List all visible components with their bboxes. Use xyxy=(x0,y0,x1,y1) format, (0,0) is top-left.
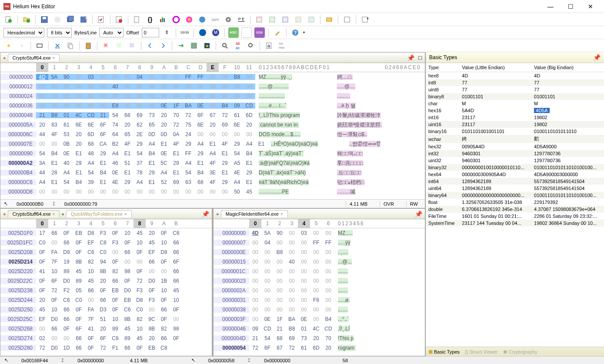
save-button[interactable] xyxy=(39,14,50,25)
tool3-icon[interactable] xyxy=(280,14,290,25)
nav-back-icon[interactable] xyxy=(145,40,155,51)
svg-text:▾: ▾ xyxy=(367,17,368,20)
window2-icon[interactable]: ▾ xyxy=(360,14,370,25)
svg-point-17 xyxy=(173,17,179,23)
maximize-button[interactable]: ☐ xyxy=(561,0,581,13)
text-a-icon[interactable]: a xyxy=(264,40,274,51)
tool2-icon[interactable] xyxy=(267,14,277,25)
rw-mode: RW xyxy=(406,201,421,207)
svg-text:M: M xyxy=(214,30,217,35)
svg-point-1 xyxy=(8,19,12,23)
svg-rect-24 xyxy=(283,17,288,22)
svg-rect-41 xyxy=(86,43,90,49)
ins-icon[interactable] xyxy=(114,40,124,51)
svg-rect-28 xyxy=(344,17,350,22)
svg-rect-27 xyxy=(327,18,332,21)
window1-icon[interactable] xyxy=(342,14,352,25)
toolbar-edit: ★ abac a StrHex xyxy=(0,39,604,52)
open-file-button[interactable] xyxy=(21,14,32,25)
hex-view-br[interactable]: 01234560123456000000004D5A9000030000MZ..… xyxy=(214,219,425,356)
nav-fwd-icon[interactable] xyxy=(158,40,168,51)
hex-view-top[interactable]: 0123456789ABCDEF10110123456789ABCDEF0102… xyxy=(0,63,425,199)
auto-select[interactable]: Auto xyxy=(99,28,123,37)
svg-rect-16 xyxy=(164,18,165,22)
color-wheel-icon[interactable] xyxy=(171,14,181,25)
svg-point-19 xyxy=(199,17,205,23)
pin-icon[interactable]: 📌 xyxy=(202,210,209,217)
tool1-icon[interactable] xyxy=(254,14,264,25)
cut-icon[interactable] xyxy=(52,40,63,51)
asm-icon[interactable]: asm xyxy=(210,14,220,25)
paste-icon[interactable] xyxy=(83,40,93,51)
u16-icon[interactable]: U16 xyxy=(254,27,265,38)
rainbow-icon[interactable] xyxy=(184,14,194,25)
svg-point-48 xyxy=(223,43,226,47)
svg-rect-13 xyxy=(134,17,139,23)
hex-str-icon[interactable]: StrHex xyxy=(277,40,287,51)
basic-types-table: TypeValue (Little Endian)Value (Big Endi… xyxy=(426,63,604,347)
enc2-icon[interactable] xyxy=(241,27,252,38)
svg-rect-26 xyxy=(309,17,314,22)
tab-label: CryptoStuff64.exe xyxy=(13,55,51,60)
tool6-icon[interactable] xyxy=(324,14,334,25)
select-icon[interactable] xyxy=(34,40,45,51)
pin-icon[interactable]: 📌 xyxy=(593,54,601,61)
help-icon[interactable]: ? xyxy=(290,27,300,38)
save-all-button[interactable] xyxy=(65,14,76,25)
offset-input[interactable] xyxy=(142,28,159,37)
braces-icon[interactable]: {} xyxy=(145,14,155,25)
save-as-button[interactable]: ▾ xyxy=(78,14,89,25)
bottom-tab-2[interactable]: ◉Cryptography xyxy=(503,349,537,354)
tab-bl-1[interactable]: CryptoStuff64.exe× xyxy=(8,210,60,217)
new-file-button[interactable] xyxy=(3,14,14,25)
bottom-tab-1[interactable]: {}Struct Viewer xyxy=(465,349,498,354)
gear-icon[interactable] xyxy=(223,14,234,25)
tool4-icon[interactable] xyxy=(293,14,304,25)
validate-button[interactable] xyxy=(96,14,107,25)
pin-icon[interactable]: 📌 xyxy=(415,210,422,217)
minimize-button[interactable]: — xyxy=(541,0,561,13)
bits-select[interactable]: 8 bits xyxy=(47,28,72,37)
offset-label: Offset xyxy=(126,30,139,35)
close-tab-icon[interactable]: × xyxy=(53,56,55,60)
br-size: 58 xyxy=(343,358,348,363)
tool5-icon[interactable] xyxy=(306,14,317,25)
edit-icon[interactable] xyxy=(272,27,283,38)
swap-icon[interactable] xyxy=(127,40,137,51)
svg-text:▾: ▾ xyxy=(85,16,87,20)
bookmark-icon[interactable] xyxy=(189,40,199,51)
cursor-pos: 0x000000B0 xyxy=(17,201,43,207)
chart-icon[interactable] xyxy=(158,14,168,25)
goto-icon[interactable] xyxy=(176,40,186,51)
intel-icon[interactable] xyxy=(197,27,208,38)
tab-br[interactable]: MagicFileIdentifier64.exe× xyxy=(221,210,288,217)
save-disabled-button xyxy=(52,14,63,25)
conv-1016-icon[interactable]: 10/16 xyxy=(180,27,190,38)
redo-icon[interactable] xyxy=(17,40,27,51)
svg-rect-22 xyxy=(257,17,262,22)
motorola-icon[interactable]: M xyxy=(210,27,221,38)
svg-point-49 xyxy=(249,43,252,47)
pe-icon[interactable]: P E xyxy=(236,14,247,25)
doc-icon[interactable] xyxy=(132,14,142,25)
earth-icon[interactable] xyxy=(197,14,207,25)
delete-button[interactable] xyxy=(114,14,124,25)
asc-icon[interactable]: ASC xyxy=(228,27,239,38)
panel-menu-icon[interactable]: ▢ xyxy=(418,55,422,60)
spinner-icon[interactable]: ⇕ xyxy=(162,27,172,38)
del-sel-icon[interactable] xyxy=(101,40,111,51)
copy-icon[interactable] xyxy=(65,40,76,51)
replace-ab-icon[interactable]: abac xyxy=(233,40,243,51)
tab-bl-2[interactable]: QuickWayToFolders.exe× xyxy=(66,210,132,217)
find-icon[interactable] xyxy=(220,40,230,51)
format-select[interactable]: Hexadecimal xyxy=(3,28,44,37)
svg-point-18 xyxy=(186,17,192,23)
pin-icon[interactable]: 📌 xyxy=(407,54,414,61)
hex-view-bl[interactable]: 0123456789AB0025D1F017660FEBD8F30F104520… xyxy=(0,219,212,356)
undo-icon[interactable] xyxy=(3,40,14,51)
close-button[interactable]: ✕ xyxy=(581,0,601,13)
star-icon[interactable]: ★ xyxy=(202,40,212,51)
bottom-tab-0[interactable]: ▦Basic Types xyxy=(428,349,460,354)
tab-cryptostuff[interactable]: CryptoStuff64.exe × xyxy=(8,54,60,61)
find-watch-icon[interactable] xyxy=(246,40,256,51)
